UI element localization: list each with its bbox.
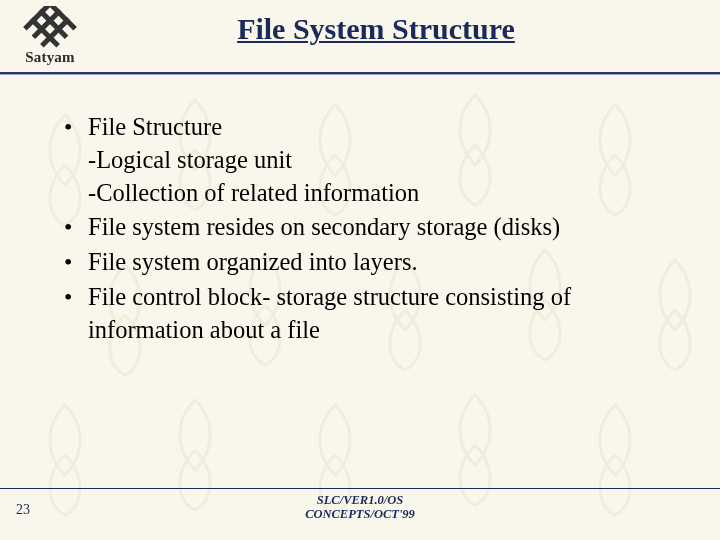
bullet-item: File control block- storage structure co…	[60, 281, 670, 347]
logo-block: Satyam	[8, 6, 92, 66]
page-number: 23	[16, 502, 30, 518]
bullet-subtext: -Collection of related information	[88, 177, 670, 210]
header: Satyam File System Structure	[0, 0, 720, 66]
footer-line2: CONCEPTS/OCT'99	[305, 507, 415, 521]
bullet-item: File system resides on secondary storage…	[60, 211, 670, 244]
bullet-text: File Structure	[88, 113, 222, 140]
bullet-item: File Structure -Logical storage unit -Co…	[60, 111, 670, 209]
satyam-logo-icon	[22, 6, 78, 48]
footer-line1: SLC/VER1.0/OS	[317, 493, 404, 507]
title-wrap: File System Structure	[92, 6, 720, 46]
footer: 23 SLC/VER1.0/OS CONCEPTS/OCT'99	[0, 488, 720, 540]
bullet-text: File control block- storage structure co…	[88, 283, 571, 343]
bullet-subtext: -Logical storage unit	[88, 144, 670, 177]
bullet-item: File system organized into layers.	[60, 246, 670, 279]
slide-body: File Structure -Logical storage unit -Co…	[0, 75, 720, 347]
slide-title: File System Structure	[237, 12, 515, 45]
slide: Satyam File System Structure File Struct…	[0, 0, 720, 540]
bullet-text: File system organized into layers.	[88, 248, 418, 275]
footer-text: SLC/VER1.0/OS CONCEPTS/OCT'99	[0, 493, 720, 522]
footer-divider	[0, 488, 720, 489]
bullet-text: File system resides on secondary storage…	[88, 213, 560, 240]
logo-text: Satyam	[8, 49, 92, 66]
bullet-list: File Structure -Logical storage unit -Co…	[60, 111, 670, 347]
